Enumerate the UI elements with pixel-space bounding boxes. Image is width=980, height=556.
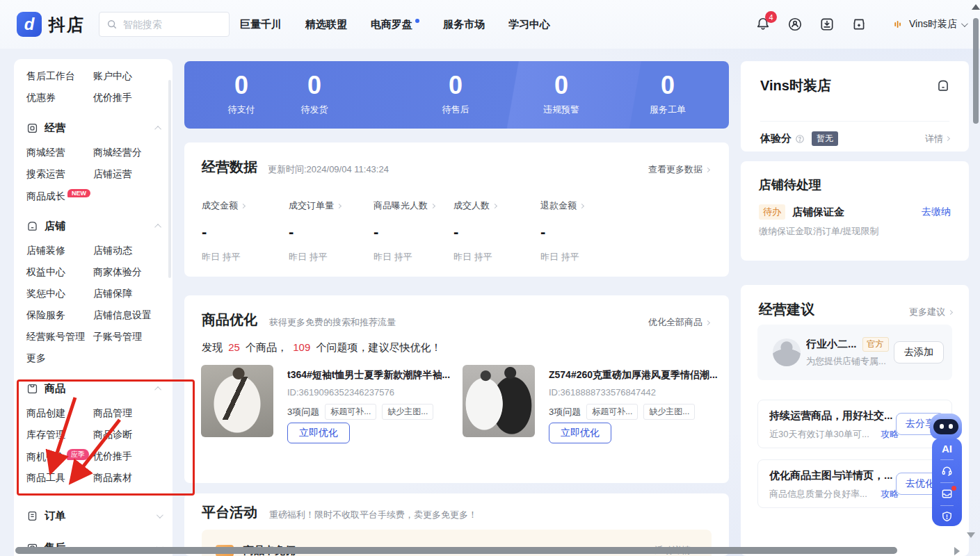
stat-violation-warning[interactable]: 0 违规预警 <box>543 72 579 116</box>
sidebar-link-mall-score[interactable]: 商城经营分 <box>93 147 142 159</box>
metric-exposure[interactable]: 商品曝光人数 - 昨日 持平 <box>373 199 435 263</box>
sidebar-link-opportunity-center[interactable]: 商机中心应季 <box>26 449 93 464</box>
sidebar-link-shop-news[interactable]: 店铺动态 <box>93 245 132 257</box>
sidebar-link-more[interactable]: 更多 <box>26 352 93 365</box>
optimize-now-button[interactable]: 立即优化 <box>549 423 611 443</box>
sidebar-link-product-create[interactable]: 商品创建 <box>26 407 93 420</box>
sidebar-link-product-tools[interactable]: 商品工具 <box>26 472 93 484</box>
metric-buyers[interactable]: 成交人数 - 昨日 持平 <box>453 199 497 263</box>
vertical-scrollbar-thumb[interactable] <box>973 18 979 124</box>
customer-service-float-button[interactable] <box>940 464 954 480</box>
ai-assistant-button[interactable]: AI <box>942 443 952 457</box>
sidebar-link-aftersale-workbench[interactable]: 售后工作台 <box>26 70 93 83</box>
shop-info-card: Vins时装店 体验分 暂无 详情 <box>741 61 969 152</box>
stat-pending-payment[interactable]: 0 待支付 <box>228 72 255 116</box>
account-menu[interactable]: Vins时装店 <box>892 18 966 31</box>
sidebar-link-search-ops[interactable]: 搜索运营 <box>26 168 93 181</box>
sidebar-link-account-center[interactable]: 账户中心 <box>93 70 132 83</box>
sidebar-section-shop[interactable]: 店铺 <box>26 215 172 237</box>
horizontal-scrollbar-thumb[interactable] <box>15 547 897 554</box>
stat-label: 待支付 <box>228 104 255 116</box>
todo-badge: 待办 <box>759 204 785 220</box>
product-card-1[interactable]: t364#短袖t恤男士夏季新款潮牌半袖... ID:36190963523462… <box>201 365 458 462</box>
nav-ec-compass[interactable]: 电商罗盘 <box>371 18 412 31</box>
floating-toolbar: AI <box>932 438 962 526</box>
metric-sub: 昨日 持平 <box>289 251 341 263</box>
sidebar-link-subaccount-mgmt[interactable]: 子账号管理 <box>93 331 142 343</box>
view-more-data-link[interactable]: 查看更多数据 <box>648 163 709 176</box>
sidebar-link-product-materials[interactable]: 商品素材 <box>93 472 132 484</box>
nav-learning-center[interactable]: 学习中心 <box>508 18 550 31</box>
sidebar-link-price-promoter-2[interactable]: 优价推手 <box>93 450 132 463</box>
link-label: 更多建议 <box>909 306 945 318</box>
question-info-icon[interactable] <box>795 134 805 144</box>
todo-row: 待办 店铺保证金 去缴纳 <box>759 204 951 220</box>
nav-qianchuan[interactable]: 巨量千川 <box>240 18 282 31</box>
metric-gmv[interactable]: 成交金额 - 昨日 持平 <box>202 199 245 263</box>
official-badge: 官方 <box>862 337 889 352</box>
notifications-button[interactable]: 4 <box>755 16 771 33</box>
link-label: 商机中心 <box>26 451 65 462</box>
optimize-all-link[interactable]: 优化全部商品 <box>648 316 709 329</box>
more-suggestions-link[interactable]: 更多建议 <box>909 306 952 318</box>
stat-pending-aftersale[interactable]: 0 待售后 <box>442 72 469 116</box>
sidebar-link-rights-center[interactable]: 权益中心 <box>26 266 93 279</box>
metric-order-count[interactable]: 成交订单量 - 昨日 持平 <box>289 199 341 263</box>
search-input[interactable] <box>123 19 220 30</box>
sidebar-link-shop-info[interactable]: 店铺信息设置 <box>93 309 152 322</box>
logo-glyph: d <box>24 15 35 34</box>
sidebar-link-price-promoter[interactable]: 优价推手 <box>93 92 132 104</box>
customer-service-button[interactable] <box>787 16 803 33</box>
sidebar-link-account-mgmt[interactable]: 经营账号管理 <box>26 331 93 343</box>
sidebar-link-inventory-mgmt[interactable]: 库存管理 <box>26 429 93 441</box>
sidebar-link-mall-business[interactable]: 商城经营 <box>26 147 93 159</box>
sidebar-link-product-mgmt[interactable]: 商品管理 <box>93 407 132 420</box>
shop-outline-icon[interactable] <box>935 78 951 93</box>
contact-desc: 为您提供店铺专属... <box>806 355 886 368</box>
security-shield-button[interactable] <box>940 510 954 526</box>
stat-label: 待发货 <box>301 104 328 116</box>
scroll-down-arrow[interactable] <box>967 532 975 538</box>
product-card-2[interactable]: Z574#260克重磅加厚港风夏季情侣潮... ID:3618888733576… <box>463 365 720 462</box>
pay-deposit-link[interactable]: 去缴纳 <box>922 206 951 218</box>
search-box[interactable] <box>99 12 230 37</box>
sidebar-link-shop-ops[interactable]: 店铺运营 <box>93 168 132 181</box>
stat-pending-shipment[interactable]: 0 待发货 <box>301 72 328 116</box>
sidebar-link-shop-decor[interactable]: 店铺装修 <box>26 245 93 257</box>
product-title: t364#短袖t恤男士夏季新款潮牌半袖... <box>287 369 458 382</box>
business-data-card: 经营数据 更新时间:2024/09/04 11:43:24 查看更多数据 成交金… <box>184 142 729 277</box>
add-contact-button[interactable]: 去添加 <box>894 341 944 363</box>
sidebar-link-product-diagnosis[interactable]: 商品诊断 <box>93 429 132 441</box>
product-title: Z574#260克重磅加厚港风夏季情侣潮... <box>549 369 720 382</box>
metric-refund[interactable]: 退款金额 - 昨日 持平 <box>540 199 584 263</box>
nav-jingxuan-lianmeng[interactable]: 精选联盟 <box>305 18 347 31</box>
chevron-down-icon <box>156 512 163 518</box>
sidebar-link-reward-punish[interactable]: 奖惩中心 <box>26 288 93 300</box>
sidebar-section-business[interactable]: 经营 <box>26 117 172 139</box>
section-title: 商品 <box>45 382 156 395</box>
sidebar-link-product-growth[interactable]: 商品成长NEW <box>26 189 93 203</box>
sidebar-link-merchant-score[interactable]: 商家体验分 <box>93 266 142 279</box>
sidebar-section-product[interactable]: 商品 <box>26 378 172 400</box>
nav-service-market[interactable]: 服务市场 <box>443 18 485 31</box>
score-detail-link[interactable]: 详情 <box>925 133 949 145</box>
sidebar-scrollbar[interactable] <box>168 80 171 278</box>
scroll-up-arrow[interactable] <box>972 4 980 10</box>
suggestion-card-1: 持续运营商品，用好社交... 近30天有效订单30单可... 攻略 去分享 <box>757 400 952 448</box>
optimize-now-button[interactable]: 立即优化 <box>287 423 350 443</box>
scroll-right-arrow[interactable] <box>954 547 960 555</box>
stat-service-ticket[interactable]: 0 服务工单 <box>650 72 686 116</box>
download-app-button[interactable] <box>819 16 835 33</box>
sidebar-link-shop-guarantee[interactable]: 店铺保障 <box>93 288 132 300</box>
sidebar-section-orders[interactable]: 订单 <box>26 505 172 527</box>
my-shop-button[interactable] <box>851 16 867 33</box>
ai-robot-mascot-icon[interactable] <box>930 414 962 439</box>
sidebar-link-insurance[interactable]: 保险服务 <box>26 309 93 322</box>
metric-value: - <box>289 223 341 241</box>
douyin-shop-logo-icon[interactable]: d <box>17 12 42 37</box>
message-inbox-button[interactable] <box>940 487 954 503</box>
link-label: 查看更多数据 <box>648 163 702 176</box>
chevron-right-icon <box>948 309 953 314</box>
sidebar-link-coupons[interactable]: 优惠券 <box>26 92 93 104</box>
product-id: ID:3618888733576847442 <box>549 387 720 398</box>
